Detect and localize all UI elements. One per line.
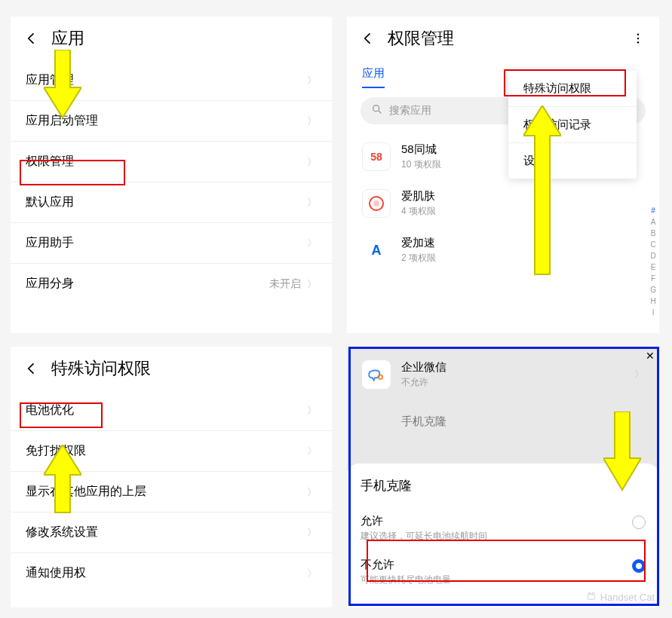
- overflow-menu: 特殊访问权限 权限访问记录 设置: [508, 71, 637, 179]
- app-icon-wecom: [362, 360, 391, 389]
- tab-apps[interactable]: 应用: [362, 60, 385, 88]
- page-title: 权限管理: [388, 27, 454, 50]
- search-placeholder: 搜索应用: [389, 104, 431, 118]
- app-row[interactable]: A 爱加速 2 项权限: [347, 227, 659, 274]
- page-title: 特殊访问权限: [51, 357, 151, 380]
- list-item-dnd-permission[interactable]: 免打扰权限 〉: [11, 431, 332, 472]
- svg-rect-8: [588, 595, 594, 600]
- header: 权限管理: [347, 17, 659, 60]
- chevron-icon: 〉: [307, 237, 317, 250]
- search-icon: [371, 103, 383, 118]
- apps-settings-panel: 应用 应用管理 〉 应用启动管理 〉 权限管理 〉 默认应用 〉 应用助手 〉 …: [11, 17, 332, 333]
- app-icon-58: 58: [362, 142, 391, 171]
- chevron-icon: 〉: [307, 404, 317, 418]
- list-item-overlay[interactable]: 显示在其他应用的上层 〉: [11, 472, 332, 512]
- permission-manage-panel: 权限管理 应用 搜索应用 58 58同城 10 项权限 爱肌肤 4 项权限: [347, 17, 659, 333]
- settings-list: 应用管理 〉 应用启动管理 〉 权限管理 〉 默认应用 〉 应用助手 〉 应用分…: [11, 60, 332, 304]
- radio-option-allow[interactable]: 允许 建议选择，可延长电池续航时间: [361, 506, 646, 550]
- list-item-modify-settings[interactable]: 修改系统设置 〉: [11, 512, 332, 553]
- chevron-icon: 〉: [307, 485, 317, 499]
- list-item-app-twin[interactable]: 应用分身 未开启 〉: [11, 264, 332, 304]
- app-icon-aijifu: [362, 189, 391, 218]
- svg-point-10: [592, 592, 594, 595]
- back-icon[interactable]: [359, 29, 377, 47]
- more-icon[interactable]: [629, 29, 647, 47]
- list-item-permission-manage[interactable]: 权限管理 〉: [11, 142, 332, 182]
- menu-access-log[interactable]: 权限访问记录: [508, 107, 637, 143]
- radio-icon: [632, 516, 646, 529]
- svg-point-0: [637, 34, 639, 35]
- svg-point-9: [588, 592, 591, 595]
- menu-special-access[interactable]: 特殊访问权限: [508, 71, 637, 107]
- chevron-icon: 〉: [307, 277, 317, 291]
- app-row[interactable]: 爱肌肤 4 项权限: [347, 180, 659, 227]
- chevron-icon: 〉: [307, 445, 317, 458]
- list-item-app-manage[interactable]: 应用管理 〉: [11, 60, 332, 101]
- app-row[interactable]: 手机克隆: [347, 398, 659, 445]
- list-item-battery-opt[interactable]: 电池优化 〉: [11, 390, 332, 431]
- svg-point-3: [373, 106, 379, 112]
- radio-icon-selected: [632, 559, 646, 573]
- close-icon[interactable]: ✕: [646, 350, 655, 362]
- chevron-icon: 〉: [307, 115, 317, 128]
- header: 特殊访问权限: [11, 347, 332, 390]
- action-sheet: 手机克隆 允许 建议选择，可延长电池续航时间 不允许 可能更快耗尽电池电量 Ha…: [347, 464, 659, 607]
- chevron-icon: 〉: [307, 567, 317, 580]
- radio-option-disallow[interactable]: 不允许 可能更快耗尽电池电量: [361, 550, 646, 594]
- list-item-app-launch[interactable]: 应用启动管理 〉: [11, 101, 332, 142]
- menu-settings[interactable]: 设置: [508, 143, 637, 179]
- svg-line-4: [379, 111, 381, 113]
- settings-list: 电池优化 〉 免打扰权限 〉 显示在其他应用的上层 〉 修改系统设置 〉 通知使…: [11, 390, 332, 593]
- svg-point-6: [373, 200, 379, 207]
- app-icon-clone: [362, 407, 391, 436]
- battery-opt-dialog-panel: 企业微信 不允许 〉 手机克隆 手机克隆 允许 建议选择，可延长电池续航时间 不…: [347, 347, 659, 607]
- chevron-icon: 〉: [307, 74, 317, 87]
- list-item-notification-access[interactable]: 通知使用权 〉: [11, 553, 332, 593]
- chevron-icon: 〉: [307, 155, 317, 169]
- app-row[interactable]: 企业微信 不允许 〉: [347, 351, 659, 398]
- index-bar[interactable]: # A B C D E F G H I: [650, 205, 656, 318]
- chevron-icon: 〉: [634, 368, 644, 381]
- page-title: 应用: [51, 27, 84, 50]
- header: 应用: [11, 17, 332, 60]
- list-item-app-assistant[interactable]: 应用助手 〉: [11, 223, 332, 264]
- sheet-title: 手机克隆: [361, 477, 646, 494]
- special-access-panel: 特殊访问权限 电池优化 〉 免打扰权限 〉 显示在其他应用的上层 〉 修改系统设…: [11, 347, 332, 607]
- svg-point-1: [637, 38, 639, 39]
- back-icon[interactable]: [23, 359, 41, 378]
- watermark: Handset Cat: [585, 591, 655, 603]
- svg-point-2: [637, 41, 639, 43]
- chevron-icon: 〉: [307, 526, 317, 540]
- back-icon[interactable]: [23, 29, 41, 47]
- app-icon-aijiasu: A: [362, 236, 391, 265]
- list-item-default-app[interactable]: 默认应用 〉: [11, 182, 332, 223]
- chevron-icon: 〉: [307, 196, 317, 210]
